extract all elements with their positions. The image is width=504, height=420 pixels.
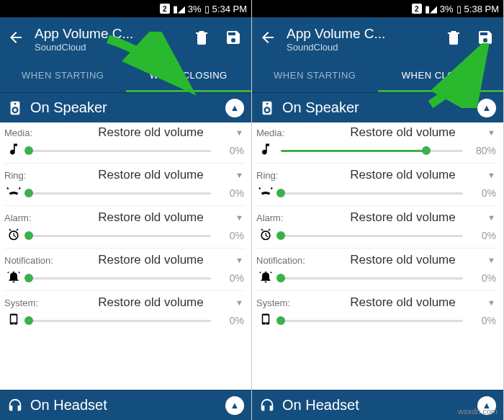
row-label: Alarm: (4, 213, 66, 223)
headset-icon (7, 398, 23, 414)
volume-slider[interactable] (281, 320, 463, 322)
row-action-dropdown[interactable]: Restore old volume (323, 168, 483, 182)
row-label: Alarm: (256, 213, 318, 223)
tab-when-starting[interactable]: WHEN STARTING (252, 61, 378, 92)
row-action-dropdown[interactable]: Restore old volume (71, 295, 231, 310)
collapse-button[interactable]: ▲ (477, 99, 496, 117)
sim-badge: 2 (160, 4, 170, 14)
clock: 5:34 PM (212, 4, 247, 14)
speaker-icon (7, 100, 23, 116)
note-icon (256, 142, 275, 160)
panel-left: 2 ▮◢ 3% ▯ 5:34 PM App Volume C... SoundC… (0, 0, 252, 420)
volume-row: Ring: Restore old volume ▼ 0% (0, 165, 251, 207)
row-action-dropdown[interactable]: Restore old volume (71, 168, 231, 182)
row-action-dropdown[interactable]: Restore old volume (323, 253, 483, 267)
row-action-dropdown[interactable]: Restore old volume (323, 295, 483, 310)
volume-slider[interactable] (281, 277, 463, 280)
arrow-left-icon (7, 29, 24, 46)
row-percent: 0% (217, 187, 244, 199)
chevron-up-icon: ▲ (230, 400, 240, 411)
sim-badge: 2 (412, 4, 422, 14)
speaker-icon (259, 100, 275, 116)
save-button[interactable] (474, 29, 496, 49)
volume-slider[interactable] (281, 192, 463, 195)
row-label: System: (256, 298, 318, 308)
ring-icon (256, 184, 275, 203)
row-percent: 0% (469, 187, 496, 199)
status-bar: 2 ▮◢ 3% ▯ 5:34 PM (0, 0, 251, 17)
appbar-subtitle: SoundCloud (287, 42, 433, 53)
appbar-title: App Volume C... (287, 26, 433, 42)
ring-icon (4, 184, 23, 203)
volume-row: Ring: Restore old volume ▼ 0% (252, 165, 503, 207)
chevron-down-icon: ▼ (487, 213, 496, 222)
back-button[interactable] (259, 29, 276, 49)
save-button[interactable] (222, 29, 244, 49)
volume-slider[interactable] (29, 192, 211, 195)
row-percent: 80% (469, 145, 496, 156)
row-percent: 0% (217, 230, 244, 241)
status-bar: 2 ▮◢ 3% ▯ 5:38 PM (252, 0, 503, 17)
battery-pct: 3% (188, 4, 202, 14)
collapse-button[interactable]: ▲ (225, 396, 244, 415)
clock: 5:38 PM (464, 4, 499, 14)
volume-row: Alarm: Restore old volume ▼ 0% (252, 207, 503, 250)
section-headset-label: On Headset (282, 397, 359, 414)
chevron-down-icon: ▼ (235, 256, 244, 264)
row-percent: 0% (469, 230, 496, 241)
volume-slider[interactable] (29, 235, 211, 237)
tab-when-closing[interactable]: WHEN CLOSING (378, 61, 504, 92)
section-on-headset[interactable]: On Headset ▲ (0, 390, 251, 420)
app-bar: App Volume C... SoundCloud (0, 17, 251, 61)
row-action-dropdown[interactable]: Restore old volume (323, 210, 483, 225)
alarm-icon (4, 227, 23, 245)
tabs: WHEN STARTING WHEN CLOSING (0, 61, 251, 92)
row-action-dropdown[interactable]: Restore old volume (323, 125, 483, 140)
row-label: Ring: (256, 170, 318, 181)
section-speaker-label: On Speaker (30, 99, 107, 116)
volume-slider[interactable] (29, 320, 211, 322)
volume-slider[interactable] (29, 277, 211, 280)
tab-when-starting[interactable]: WHEN STARTING (0, 61, 126, 92)
volume-row: Media: Restore old volume ▼ 80% (252, 122, 503, 165)
tab-when-closing[interactable]: WHEN CLOSING (126, 61, 252, 92)
row-percent: 0% (217, 315, 244, 326)
save-icon (225, 29, 242, 46)
volume-row: Notification: Restore old volume ▼ 0% (252, 250, 503, 292)
collapse-button[interactable]: ▲ (225, 99, 244, 117)
row-action-dropdown[interactable]: Restore old volume (71, 125, 231, 140)
volume-list: Media: Restore old volume ▼ 80% Ring: Re… (252, 122, 503, 390)
row-label: Media: (4, 128, 66, 138)
volume-row: Alarm: Restore old volume ▼ 0% (0, 207, 251, 250)
bell-icon (4, 269, 23, 287)
row-action-dropdown[interactable]: Restore old volume (71, 210, 231, 225)
volume-slider[interactable] (29, 150, 211, 152)
chevron-down-icon: ▼ (487, 298, 496, 307)
back-button[interactable] (7, 29, 24, 49)
row-percent: 0% (217, 272, 244, 284)
chevron-down-icon: ▼ (487, 128, 496, 137)
volume-row: System: Restore old volume ▼ 0% (0, 292, 251, 333)
chevron-down-icon: ▼ (487, 171, 496, 179)
row-percent: 0% (469, 272, 496, 284)
delete-button[interactable] (191, 29, 212, 49)
delete-button[interactable] (443, 29, 464, 49)
section-on-speaker[interactable]: On Speaker ▲ (252, 92, 503, 122)
row-label: Media: (256, 128, 318, 138)
chevron-down-icon: ▼ (235, 298, 244, 307)
row-percent: 0% (217, 145, 244, 156)
watermark: wsxdn.com (458, 407, 498, 416)
trash-icon (193, 29, 210, 46)
section-speaker-label: On Speaker (282, 99, 359, 116)
battery-pct: 3% (440, 4, 454, 14)
appbar-title: App Volume C... (35, 26, 181, 42)
battery-icon: ▯ (204, 4, 210, 14)
section-on-speaker[interactable]: On Speaker ▲ (0, 92, 251, 122)
volume-slider[interactable] (281, 150, 463, 152)
row-label: System: (4, 298, 66, 308)
volume-slider[interactable] (281, 235, 463, 237)
note-icon (4, 142, 23, 160)
arrow-left-icon (259, 29, 276, 46)
row-action-dropdown[interactable]: Restore old volume (71, 253, 231, 267)
volume-row: Notification: Restore old volume ▼ 0% (0, 250, 251, 292)
